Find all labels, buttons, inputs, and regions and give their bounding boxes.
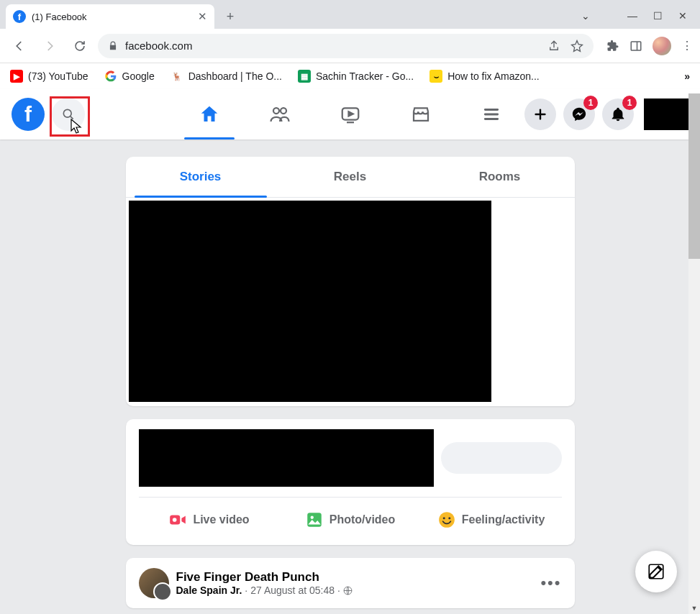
lock-icon [108,41,118,51]
post-menu-button[interactable]: ••• [540,574,561,592]
stories-tray[interactable] [129,201,491,402]
back-button[interactable] [7,34,32,58]
scrollbar[interactable]: ▼ [688,93,700,614]
tab-rooms[interactable]: Rooms [425,157,575,197]
profile-avatar[interactable] [653,37,671,55]
bookmark-star-icon[interactable] [571,40,583,52]
create-button[interactable] [524,98,556,130]
bookmark-amazon[interactable]: ⌣How to fix Amazon... [429,70,540,83]
browser-titlebar: f (1) Facebook ✕ + ⌄ — ☐ ✕ [0,0,700,29]
svg-point-5 [281,108,286,114]
profile-thumbnail[interactable] [644,98,688,130]
extensions-icon[interactable] [606,40,619,52]
post-title[interactable]: Five Finger Death Punch [176,570,353,585]
post-meta: Dale Spain Jr. · 27 August at 05:48 · [176,585,353,596]
post-time: 27 August at 05:48 [250,585,335,596]
composer-redacted [139,429,434,487]
svg-rect-15 [307,513,322,527]
svg-point-14 [173,518,177,522]
new-tab-button[interactable]: + [220,6,240,27]
nav-menu[interactable] [459,89,524,139]
svg-point-2 [63,109,71,117]
svg-rect-0 [631,42,641,50]
address-bar[interactable]: facebook.com [98,34,594,58]
nav-marketplace[interactable] [388,89,453,139]
nav-watch[interactable] [318,89,383,139]
youtube-icon: ▶ [10,70,23,83]
svg-rect-21 [649,564,663,579]
composer-feeling[interactable]: Feeling/activity [421,505,562,535]
scroll-down-arrow[interactable]: ▼ [688,602,700,614]
feeling-icon [437,510,456,529]
amazon-icon: ⌣ [429,70,442,83]
bookmark-tracker[interactable]: ▦Sachin Tracker - Go... [298,70,414,83]
google-icon [104,70,117,83]
messenger-button[interactable]: 1 [563,98,595,130]
nav-friends[interactable] [247,89,312,139]
reload-button[interactable] [68,34,92,58]
post-author[interactable]: Dale Spain Jr. [176,585,242,596]
browser-toolbar: facebook.com ⋮ [0,29,700,63]
svg-point-19 [448,517,450,519]
messenger-badge: 1 [583,96,598,110]
live-video-icon [168,510,187,529]
post-avatar[interactable] [139,568,169,598]
scroll-thumb[interactable] [688,93,700,259]
forward-button[interactable] [37,34,62,58]
tab-title: (1) Facebook [32,12,192,22]
composer-input[interactable] [441,442,562,474]
svg-point-16 [310,516,313,519]
bookmark-dashboard[interactable]: 🦌Dashboard | The O... [171,70,282,83]
composer-card: Live video Photo/video Feeling/activity [126,419,575,545]
search-button[interactable] [52,98,85,131]
side-panel-icon[interactable] [629,40,642,52]
url-text: facebook.com [125,40,192,52]
svg-point-18 [442,517,445,519]
feed-post: Five Finger Death Punch Dale Spain Jr. ·… [126,558,575,608]
bookmark-google[interactable]: Google [104,70,155,83]
sheets-icon: ▦ [298,70,311,83]
tab-stories[interactable]: Stories [126,157,276,197]
composer-photo-video[interactable]: Photo/video [280,505,421,535]
stories-card: Stories Reels Rooms [126,157,575,406]
tab-reels[interactable]: Reels [276,157,425,197]
notifications-button[interactable]: 1 [602,98,634,130]
close-tab-icon[interactable]: ✕ [198,10,207,23]
window-controls: ⌄ — ☐ ✕ [581,10,700,29]
nav-home[interactable] [177,89,242,139]
minimize-button[interactable]: — [627,10,637,22]
close-window-button[interactable]: ✕ [678,10,687,22]
dashboard-icon: 🦌 [171,70,183,83]
feed-content: Stories Reels Rooms Live video Photo/vid… [0,139,700,614]
globe-icon [343,586,353,595]
compose-fab[interactable] [635,551,677,592]
notifications-badge: 1 [622,96,637,110]
svg-line-3 [71,116,73,119]
composer-live-video[interactable]: Live video [139,505,280,535]
photo-video-icon [305,510,324,529]
facebook-logo[interactable]: f [12,98,45,131]
chrome-menu-icon[interactable]: ⋮ [681,39,693,52]
svg-point-17 [439,512,455,528]
bookmarks-bar: ▶(73) YouTube Google 🦌Dashboard | The O.… [0,63,700,89]
share-icon[interactable] [547,40,560,52]
bookmark-youtube[interactable]: ▶(73) YouTube [10,70,88,83]
tab-overflow-icon[interactable]: ⌄ [581,10,590,22]
facebook-navbar: f 1 1 [0,89,700,139]
svg-point-4 [273,108,279,114]
browser-tab[interactable]: f (1) Facebook ✕ [6,4,214,29]
facebook-favicon: f [13,10,26,23]
maximize-button[interactable]: ☐ [653,10,663,22]
bookmarks-overflow[interactable]: » [684,70,690,82]
